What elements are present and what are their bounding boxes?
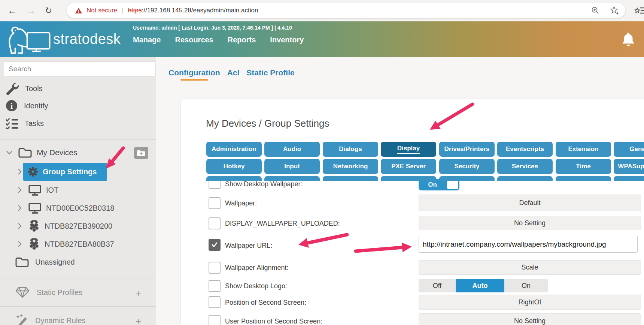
tree-root-my-devices[interactable]: My Devices xyxy=(6,147,78,158)
stratodesk-admin-screen: ← → ↻ Not secure | https ://192.168.145.… xyxy=(0,0,644,325)
category-services[interactable]: Services xyxy=(497,159,553,174)
tree-item-label: Unassigned xyxy=(35,258,75,267)
category-time[interactable]: Time xyxy=(556,159,611,174)
raspberry-pi-icon xyxy=(28,220,40,232)
sidebar-divider xyxy=(0,139,156,140)
folder-plus-icon xyxy=(137,150,146,157)
checkbox-position-of-second-screen[interactable] xyxy=(209,296,221,308)
category-eventscripts[interactable]: Eventscripts xyxy=(497,142,553,157)
address-separator: | xyxy=(122,7,123,14)
segment-on[interactable]: On xyxy=(504,279,548,292)
user-session-info: Username: admin [ Last Login: Jun 3, 202… xyxy=(133,25,292,31)
zoom-in-icon[interactable] xyxy=(591,6,600,15)
category-security[interactable]: Security xyxy=(439,159,495,174)
category-hotkey[interactable]: Hotkey xyxy=(206,159,262,174)
search-input[interactable] xyxy=(4,61,156,76)
tree-item-ntd00e0c52b0318[interactable]: NTD00E0C52B0318 xyxy=(17,202,114,214)
browser-forward-button[interactable]: → xyxy=(26,4,36,17)
category-drives-printers[interactable]: Drives/Printers xyxy=(439,142,495,157)
nav-item-reports[interactable]: Reports xyxy=(228,36,256,44)
value-position-of-second-screen[interactable]: RightOf xyxy=(419,295,641,310)
category-input[interactable]: Input xyxy=(264,159,320,174)
section-static-profiles[interactable]: Static Profiles xyxy=(15,286,82,298)
value-wallpaper[interactable]: Default xyxy=(419,195,641,211)
checkbox-display-wallpaper-uploaded[interactable] xyxy=(209,217,221,229)
value-wallpaper-alignment[interactable]: Scale xyxy=(419,260,641,275)
segment-auto[interactable]: Auto xyxy=(456,279,504,292)
category-extension[interactable]: Extension xyxy=(556,142,611,157)
value-user-position-of-second-screen[interactable]: No Setting xyxy=(419,313,641,325)
gem-icon xyxy=(15,286,30,298)
tree-item-ntdb827eb390200[interactable]: NTDB827EB390200 xyxy=(17,220,112,232)
sidebar-item-identify[interactable]: i Identify xyxy=(5,99,48,112)
category-administration[interactable]: Administration xyxy=(206,142,262,157)
checkbox-user-position-of-second-screen[interactable] xyxy=(209,315,221,325)
gear-icon xyxy=(28,166,38,177)
tab-static-profile[interactable]: Static Profile xyxy=(246,68,294,81)
category-general[interactable]: General xyxy=(614,142,644,157)
url-scheme: https xyxy=(128,7,142,14)
setting-label: Wallpaper: xyxy=(225,199,257,207)
category-dialogs[interactable]: Dialogs xyxy=(323,142,378,157)
category-audio[interactable]: Audio xyxy=(264,142,320,157)
toggle-show-desktop-wallpaper[interactable]: On xyxy=(419,179,459,190)
segmented-show-desktop-logo: Off Auto On xyxy=(419,279,548,292)
sidebar-divider xyxy=(0,280,156,280)
tab-configuration[interactable]: Configuration xyxy=(168,68,220,81)
browser-back-button[interactable]: ← xyxy=(7,4,17,17)
category-wpasupplicant[interactable]: WPASupplicant xyxy=(614,159,644,174)
category-display[interactable]: Display xyxy=(381,142,436,157)
tree-item-ntdb827eba80b37[interactable]: NTDB827EBA80B37 xyxy=(17,238,114,250)
sidebar-item-label: Tools xyxy=(25,84,43,93)
segment-off[interactable]: Off xyxy=(419,279,456,292)
favorites-bar-icon[interactable] xyxy=(634,5,644,17)
category-networking[interactable]: Networking xyxy=(323,159,378,174)
tree-item-label: NTDB827EB390200 xyxy=(45,222,112,231)
nav-item-manage[interactable]: Manage xyxy=(133,36,161,44)
toggle-knob[interactable] xyxy=(447,180,459,190)
address-bar[interactable]: Not secure | https ://192.168.145.28/eas… xyxy=(67,3,625,18)
category-pxe-server[interactable]: PXE Server xyxy=(381,159,436,174)
notifications-bell-icon[interactable] xyxy=(621,31,636,49)
tree-item-group-settings[interactable]: Group Settings xyxy=(23,163,107,181)
sidebar-item-tools[interactable]: Tools xyxy=(5,82,43,96)
sidebar-item-tasks[interactable]: Tasks xyxy=(5,117,44,129)
wallpaper-url-input[interactable] xyxy=(419,236,638,253)
chevron-right-icon xyxy=(17,205,22,211)
section-dynamic-rules[interactable]: Dynamic Rules xyxy=(15,314,85,325)
checkbox-wallpaper-url[interactable] xyxy=(209,239,221,251)
tree-item-label: IOT xyxy=(46,186,58,195)
add-folder-button[interactable] xyxy=(134,147,148,159)
main-navigation: Manage Resources Reports Inventory xyxy=(133,36,304,44)
checkbox-wallpaper-alignment[interactable] xyxy=(209,262,221,274)
main-content: Configuration Acl Static Profile My Devi… xyxy=(156,57,644,325)
warning-triangle-icon xyxy=(75,7,82,14)
chevron-down-icon xyxy=(6,150,13,155)
checkbox-show-desktop-logo[interactable] xyxy=(209,280,221,292)
setting-label: Show Desktop Logo: xyxy=(225,282,287,290)
add-static-profile-button[interactable]: + xyxy=(136,290,141,297)
browser-refresh-button[interactable]: ↻ xyxy=(45,4,52,17)
app-header: stratodesk Username: admin [ Last Login:… xyxy=(0,21,644,57)
category-row-clipped xyxy=(206,176,644,181)
add-dynamic-rule-button[interactable]: + xyxy=(136,318,141,325)
add-favorite-star-icon[interactable] xyxy=(610,6,619,15)
tree-item-iot[interactable]: IOT xyxy=(17,184,58,196)
nav-item-inventory[interactable]: Inventory xyxy=(270,36,304,44)
url-text: ://192.168.145.28/easyadmin/main.action xyxy=(142,7,258,14)
check-icon xyxy=(211,241,218,249)
nav-item-resources[interactable]: Resources xyxy=(175,36,213,44)
chevron-right-icon xyxy=(17,187,22,193)
tree-item-unassigned[interactable]: Unassigned xyxy=(15,256,75,268)
svg-text:i: i xyxy=(10,101,13,111)
chevron-right-icon xyxy=(17,241,22,247)
chevron-right-icon[interactable] xyxy=(17,168,22,175)
settings-card: My Devices / Group Settings Administrati… xyxy=(180,99,644,325)
stratodesk-bear-logo-icon xyxy=(7,23,53,58)
checkbox-wallpaper[interactable] xyxy=(209,197,221,209)
tab-acl[interactable]: Acl xyxy=(227,68,240,81)
content-tabs: Configuration Acl Static Profile xyxy=(168,68,295,81)
monitor-icon xyxy=(28,202,42,214)
value-display-wallpaper-uploaded[interactable]: No Setting xyxy=(419,216,641,230)
folder-icon xyxy=(18,147,32,158)
